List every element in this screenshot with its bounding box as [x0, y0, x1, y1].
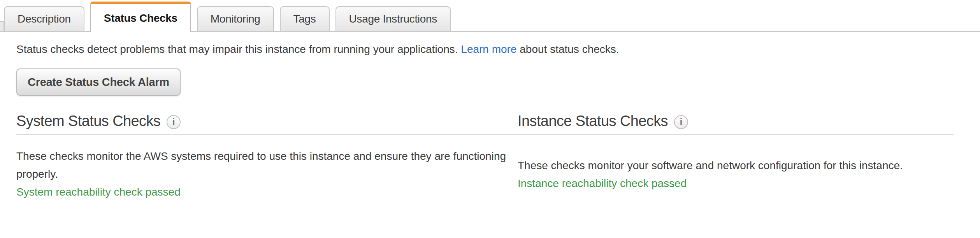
instance-status-checks-description: These checks monitor your software and n… [518, 157, 954, 175]
intro-text: Status checks detect problems that may i… [16, 43, 954, 56]
tab-monitoring-label: Monitoring [211, 13, 260, 25]
tab-status-checks-label: Status Checks [104, 12, 177, 24]
system-status-checks-column: These checks monitor the AWS systems req… [16, 135, 518, 201]
tab-usage-instructions[interactable]: Usage Instructions [335, 6, 451, 31]
tab-description[interactable]: Description [4, 6, 84, 31]
intro-text-after-link: about status checks. [520, 43, 619, 55]
tab-status-checks[interactable]: Status Checks [90, 2, 191, 32]
status-checks-panel: Description Status Checks Monitoring Tag… [0, 0, 980, 238]
system-status-checks-title: System Status Checks [16, 113, 160, 130]
tab-tags[interactable]: Tags [280, 6, 330, 31]
instance-status-checks-column: These checks monitor your software and n… [518, 135, 954, 201]
info-icon[interactable]: i [674, 115, 688, 129]
system-reachability-status-link[interactable]: System reachability check passed [16, 183, 181, 201]
info-icon[interactable]: i [167, 115, 181, 129]
info-icon-glyph: i [680, 117, 682, 127]
tab-tags-label: Tags [293, 13, 316, 25]
section-columns: These checks monitor the AWS systems req… [16, 135, 954, 201]
system-status-checks-description: These checks monitor the AWS systems req… [16, 147, 515, 183]
section-headers-row: System Status Checks i Instance Status C… [16, 113, 954, 130]
info-icon-glyph: i [172, 117, 175, 127]
system-status-checks-header: System Status Checks i [16, 113, 518, 130]
tab-usage-instructions-label: Usage Instructions [349, 13, 437, 25]
instance-status-checks-header: Instance Status Checks i [518, 113, 954, 130]
tab-edge-sliver [0, 21, 4, 31]
create-status-check-alarm-button[interactable]: Create Status Check Alarm [16, 68, 181, 96]
instance-reachability-status-link[interactable]: Instance reachability check passed [518, 175, 687, 192]
tab-description-label: Description [18, 13, 71, 25]
tab-panel-content: Status checks detect problems that may i… [0, 43, 980, 201]
instance-status-checks-title: Instance Status Checks [518, 113, 668, 130]
tab-bar: Description Status Checks Monitoring Tag… [0, 0, 980, 32]
active-tab-accent-bar [90, 2, 191, 4]
intro-text-before-link: Status checks detect problems that may i… [16, 43, 458, 55]
tab-monitoring[interactable]: Monitoring [197, 6, 274, 31]
learn-more-link[interactable]: Learn more [461, 43, 516, 55]
